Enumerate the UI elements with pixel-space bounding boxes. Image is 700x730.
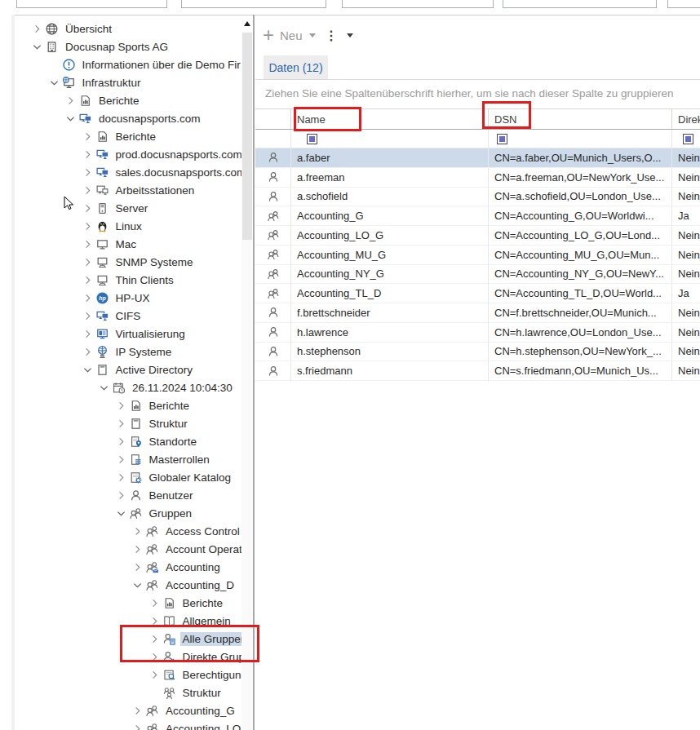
expander-icon[interactable] [31,23,43,35]
expander-icon[interactable] [82,328,94,340]
table-row-accounting-ny-g[interactable]: Accounting_NY_G CN=Accounting_NY_G,OU=Ne… [255,265,700,285]
expander-icon[interactable] [148,597,161,609]
tab-daten[interactable]: Daten (12) [264,55,328,79]
cell-name[interactable]: Accounting_G [291,206,489,225]
expander-icon[interactable] [148,651,161,663]
filter-button-name[interactable] [307,134,317,144]
top-filter-input[interactable] [181,0,326,8]
expander-icon[interactable] [82,256,94,268]
cell-dsn[interactable]: CN=a.schofield,OU=London_Use... [489,188,672,206]
tree-item-docusnapsports-com[interactable]: docusnapsports.com [15,109,241,127]
cell-dsn[interactable]: CN=Accounting_LO_G,OU=Lond... [489,226,672,245]
tree-item-thin-clients[interactable]: Thin Clients [15,271,241,289]
tree-item-arbeitsstationen[interactable]: Arbeitsstationen [15,181,241,199]
tree-item-direkte-gruppe[interactable]: Direkte Gruppe [15,648,241,666]
tree-item-sales-docusnapsports-com[interactable]: sales.docusnapsports.com [15,163,241,181]
tree-item-active-directory[interactable]: Active Directory [15,361,241,378]
tree-scrollbar[interactable] [241,15,253,730]
table-row-accounting-g[interactable]: Accounting_G CN=Accounting_G,OU=Worldwi.… [255,206,700,226]
expander-icon[interactable] [115,418,127,430]
cell-dsn[interactable]: CN=f.brettschneider,OU=Munich... [489,303,672,322]
tree-item-accounting-lo-d[interactable]: Accounting_LO_D [15,719,241,730]
tree-item-globaler-katalog[interactable]: Globaler Katalog [15,468,241,486]
table-row-a-freeman[interactable]: a.freeman CN=a.freeman,OU=NewYork_Use...… [255,168,700,188]
table-row-a-schofield[interactable]: a.schofield CN=a.schofield,OU=London_Use… [255,188,700,207]
tree-item-accounting-d[interactable]: Accounting_D [15,576,241,594]
expander-icon[interactable] [131,579,144,591]
cell-dsn[interactable]: CN=s.friedmann,OU=Munich_Us... [489,361,672,380]
cell-name[interactable]: h.lawrence [291,323,489,342]
expander-icon[interactable] [82,220,94,232]
cell-direkt[interactable]: Nein [672,148,700,167]
top-filter-input[interactable] [342,0,494,8]
cell-name[interactable]: h.stephenson [291,343,489,361]
expander-icon[interactable] [82,238,94,250]
expander-icon[interactable] [82,274,94,286]
expander-icon[interactable] [115,400,127,412]
cell-name[interactable]: Accounting_NY_G [291,265,489,284]
expander-icon[interactable] [64,95,77,107]
tree-item-berechtigungen[interactable]: Berechtigungen [15,666,241,684]
expander-icon[interactable] [82,202,94,215]
scroll-up-button[interactable] [241,15,253,32]
tree-item-standorte[interactable]: Standorte [15,432,241,450]
expander-icon[interactable] [48,77,60,89]
expander-icon[interactable] [31,41,43,53]
tree-item-linux[interactable]: Linux [15,217,241,235]
new-button[interactable]: + Neu [263,24,316,46]
tree-item-server[interactable]: Server [15,199,241,217]
tree-item-prod-docusnapsports-com[interactable]: prod.docusnapsports.com [15,145,241,163]
expander-icon[interactable] [148,669,161,681]
panel-splitter[interactable] [253,15,255,730]
cell-name[interactable]: Accounting_MU_G [291,246,489,264]
table-row-accounting-mu-g[interactable]: Accounting_MU_G CN=Accounting_MU_G,OU=Mu… [255,246,700,265]
expander-icon[interactable] [115,507,127,520]
expander-icon[interactable] [115,471,127,484]
tree-item-struktur[interactable]: Struktur [15,684,241,701]
cell-name[interactable]: s.friedmann [291,361,489,380]
more-options-button[interactable]: ⋮ [325,25,353,45]
tree-item-mac[interactable]: Mac [15,235,241,253]
tree-item-struktur[interactable]: Struktur [15,414,241,432]
expander-icon[interactable] [82,148,94,161]
tree-item-informationen-ber-die-demo-fir[interactable]: Informationen über die Demo Fir [15,55,241,73]
column-header-dsn[interactable]: DSN [489,109,672,129]
tree-item-snmp-systeme[interactable]: SNMP Systeme [15,253,241,271]
expander-icon[interactable] [82,184,94,197]
tree-item-docusnap-sports-ag[interactable]: Docusnap Sports AG [15,38,241,55]
cell-dsn[interactable]: CN=a.faber,OU=Munich_Users,O... [489,148,672,167]
tree-item-berichte[interactable]: Berichte [15,396,241,414]
cell-name[interactable]: a.freeman [291,168,489,187]
cell-dsn[interactable]: CN=h.lawrence,OU=London_Use... [489,323,672,342]
cell-dsn[interactable]: CN=Accounting_MU_G,OU=Mun... [489,246,672,264]
tree-item-hp-ux[interactable]: HP-UX [15,289,241,307]
expander-icon[interactable] [82,310,94,322]
cell-dsn[interactable]: CN=Accounting_G,OU=Worldwi... [489,206,672,225]
cell-dsn[interactable]: CN=a.freeman,OU=NewYork_Use... [489,168,672,187]
table-row-accounting-tl-d[interactable]: Accounting_TL_D CN=Accounting_TL_D,OU=Wo… [255,284,700,303]
expander-icon[interactable] [148,615,161,627]
cell-direkt[interactable]: Nein [672,323,700,342]
expander-icon[interactable] [131,543,144,555]
cell-direkt[interactable]: Nein [672,265,700,284]
top-filter-input[interactable] [667,0,700,8]
column-header-direkt[interactable]: Direkt [672,109,700,129]
cell-direkt[interactable]: Nein [672,343,700,361]
cell-name[interactable]: Accounting_TL_D [291,284,489,303]
cell-direkt[interactable]: Nein [672,303,700,322]
cell-dsn[interactable]: CN=h.stephenson,OU=NewYork_... [489,343,672,361]
top-filter-input[interactable] [503,0,657,8]
table-row-s-friedmann[interactable]: s.friedmann CN=s.friedmann,OU=Munich_Us.… [255,361,700,381]
cell-direkt[interactable]: Nein [672,188,700,206]
expander-icon[interactable] [82,131,94,143]
tree-item-bersicht[interactable]: Übersicht [15,20,241,38]
expander-icon[interactable] [82,346,94,358]
cell-dsn[interactable]: CN=Accounting_NY_G,OU=NewY... [489,265,672,284]
expander-icon[interactable] [131,525,144,538]
tree-item-berichte[interactable]: Berichte [15,127,241,145]
cell-name[interactable]: a.faber [291,148,489,167]
table-row-a-faber[interactable]: a.faber CN=a.faber,OU=Munich_Users,O... … [255,148,700,168]
top-filter-input[interactable] [16,0,167,8]
tree-item-alle-gruppenmit[interactable]: Alle Gruppenmit [15,630,241,648]
expander-icon[interactable] [131,723,144,730]
